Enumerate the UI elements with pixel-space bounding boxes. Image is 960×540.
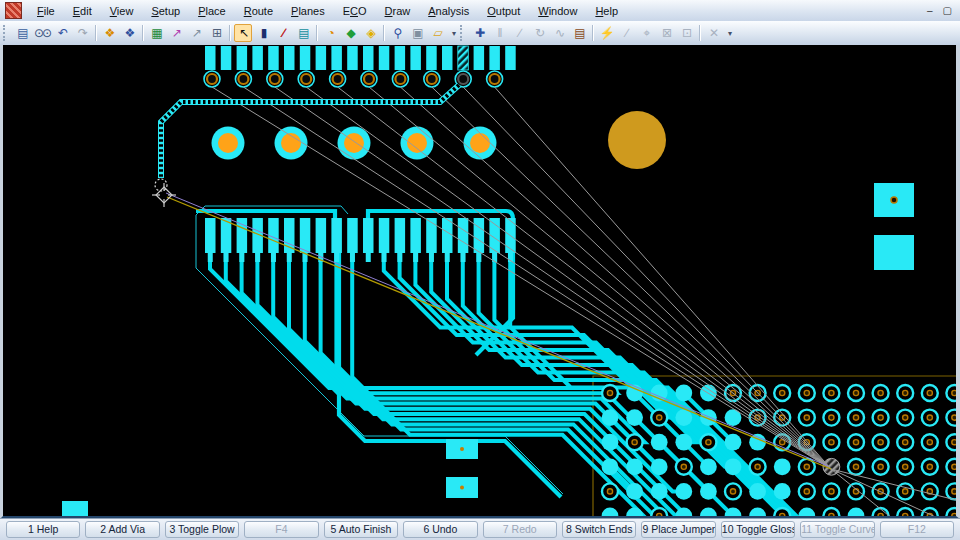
slash-tool-icon: ∕ bbox=[617, 24, 635, 42]
menu-draw[interactable]: Draw bbox=[376, 3, 420, 19]
grid-settings-icon[interactable]: ⊞ bbox=[207, 24, 225, 42]
fkey-11-toggle-curve: 11 Toggle Curve bbox=[800, 521, 874, 538]
toolbar-separator bbox=[316, 25, 317, 41]
menu-route[interactable]: Route bbox=[235, 3, 282, 19]
drc-pass-icon[interactable]: ◆ bbox=[341, 24, 359, 42]
undo-icon[interactable]: ↶ bbox=[53, 24, 71, 42]
menu-edit[interactable]: Edit bbox=[64, 3, 101, 19]
online-drc-icon[interactable]: ◔ bbox=[321, 24, 339, 42]
curve-mode-icon: ∿ bbox=[550, 24, 568, 42]
highlight-icon[interactable]: ❖ bbox=[100, 24, 118, 42]
layer-stack-icon[interactable]: ▤ bbox=[570, 24, 588, 42]
application-window: FileEditViewSetupPlaceRoutePlanesECODraw… bbox=[0, 0, 960, 540]
save-icon[interactable]: ▤ bbox=[13, 24, 31, 42]
menu-planes[interactable]: Planes bbox=[282, 3, 334, 19]
open-folder-icon[interactable]: ▱ bbox=[428, 24, 446, 42]
board-view-icon[interactable]: ▦ bbox=[147, 24, 165, 42]
toolbar-separator bbox=[592, 25, 593, 41]
unlock-icon: ⊡ bbox=[677, 24, 695, 42]
menu-analysis[interactable]: Analysis bbox=[419, 3, 478, 19]
fkey-10-toggle-gloss[interactable]: 10 Toggle Gloss bbox=[721, 521, 795, 538]
menu-bar: FileEditViewSetupPlaceRoutePlanesECODraw… bbox=[0, 0, 960, 22]
lock-icon: ⊠ bbox=[657, 24, 675, 42]
fkey-1-help[interactable]: 1 Help bbox=[6, 521, 80, 538]
app-icon bbox=[5, 2, 22, 19]
menu-setup[interactable]: Setup bbox=[142, 3, 189, 19]
toolbar-handle bbox=[3, 25, 9, 41]
fkey-f4: F4 bbox=[244, 521, 318, 538]
fkey-f12: F12 bbox=[880, 521, 954, 538]
menu-window[interactable]: Window bbox=[529, 3, 586, 19]
toolbar-separator bbox=[229, 25, 230, 41]
toolbar-separator bbox=[142, 25, 143, 41]
pcb-canvas[interactable] bbox=[0, 45, 960, 519]
highlight-options-icon[interactable]: ❖ bbox=[120, 24, 138, 42]
toolbar-separator bbox=[699, 25, 700, 41]
display-control-icon[interactable]: ▤ bbox=[294, 24, 312, 42]
function-key-bar: 1 Help2 Add Via3 Toggle PlowF45 Auto Fin… bbox=[0, 518, 960, 540]
rotate-icon: ↻ bbox=[530, 24, 548, 42]
minimize-icon[interactable]: – bbox=[927, 6, 933, 16]
toolbar-overflow2-icon[interactable]: ▾ bbox=[724, 24, 734, 42]
menu-place[interactable]: Place bbox=[189, 3, 235, 19]
zoom-icon[interactable]: ⚲ bbox=[388, 24, 406, 42]
hatch-display-icon[interactable]: ∕∕∕ bbox=[274, 24, 292, 42]
window-controls: – ▢ bbox=[927, 6, 952, 16]
fkey-5-auto-finish[interactable]: 5 Auto Finish bbox=[324, 521, 398, 538]
fkey-7-redo: 7 Redo bbox=[483, 521, 557, 538]
move-icon[interactable]: ✚ bbox=[470, 24, 488, 42]
toolbar-separator bbox=[95, 25, 96, 41]
toolbar: ▤⊙⊙↶↷❖❖▦↗↗⊞↖▮∕∕∕▤◔◆◈⚲▣▱▾✚‖∕↻∿▤⚡∕⌖⊠⊡✕▾ bbox=[0, 21, 960, 46]
fix-net-icon: ⚡ bbox=[597, 24, 615, 42]
forward-annotate-icon[interactable]: ↗ bbox=[167, 24, 185, 42]
toolbar-overflow-icon[interactable]: ▾ bbox=[448, 24, 458, 42]
pause-route-icon: ‖ bbox=[490, 24, 508, 42]
delete-icon: ✕ bbox=[704, 24, 722, 42]
restore-icon[interactable]: ▢ bbox=[943, 6, 952, 16]
angle-mode-icon: ∕ bbox=[510, 24, 528, 42]
back-annotate-icon[interactable]: ↗ bbox=[187, 24, 205, 42]
toolbar-handle bbox=[460, 25, 466, 41]
find-icon[interactable]: ⊙⊙ bbox=[33, 24, 51, 42]
pick-report-icon[interactable]: ▣ bbox=[408, 24, 426, 42]
select-mode-icon[interactable]: ↖ bbox=[234, 24, 252, 42]
pcb-drawing bbox=[3, 45, 956, 516]
fkey-9-place-jumper[interactable]: 9 Place Jumper bbox=[641, 521, 715, 538]
menu-help[interactable]: Help bbox=[586, 3, 627, 19]
menu-view[interactable]: View bbox=[101, 3, 143, 19]
toolbar-separator bbox=[383, 25, 384, 41]
fkey-2-add-via[interactable]: 2 Add Via bbox=[85, 521, 159, 538]
fkey-8-switch-ends[interactable]: 8 Switch Ends bbox=[562, 521, 636, 538]
menu-eco[interactable]: ECO bbox=[334, 3, 376, 19]
drc-warning-icon[interactable]: ◈ bbox=[361, 24, 379, 42]
menu-output[interactable]: Output bbox=[478, 3, 529, 19]
menu-file[interactable]: File bbox=[28, 3, 64, 19]
menu-items: FileEditViewSetupPlaceRoutePlanesECODraw… bbox=[28, 3, 627, 19]
fkey-3-toggle-plow[interactable]: 3 Toggle Plow bbox=[165, 521, 239, 538]
pin-icon: ⌖ bbox=[637, 24, 655, 42]
redo-icon[interactable]: ↷ bbox=[73, 24, 91, 42]
fkey-6-undo[interactable]: 6 Undo bbox=[403, 521, 477, 538]
board-outline-icon[interactable]: ▮ bbox=[254, 24, 272, 42]
